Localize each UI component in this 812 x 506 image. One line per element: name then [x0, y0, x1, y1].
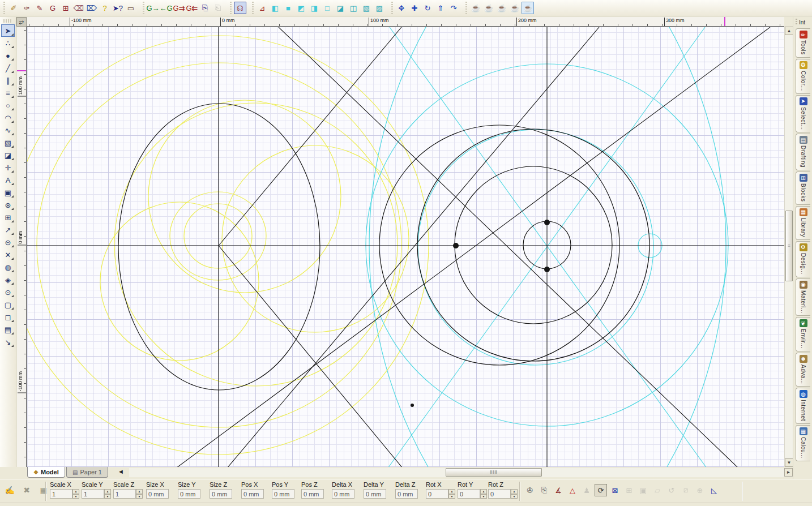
palette-tab-drafting[interactable]: ▤Drafting: [796, 134, 810, 170]
help-icon[interactable]: ?: [99, 2, 111, 14]
eraser-icon[interactable]: ⌫: [72, 2, 85, 14]
walk-icon[interactable]: ⇑: [434, 2, 447, 14]
field-input-size-z[interactable]: [210, 489, 232, 499]
snap-angle-icon[interactable]: ∡: [552, 484, 565, 496]
ungroup-icon[interactable]: ⎘: [538, 484, 550, 496]
field-input-delta-x[interactable]: [332, 489, 354, 499]
swivel-icon[interactable]: ↷: [447, 2, 460, 14]
field-input-pos-y[interactable]: [272, 489, 294, 499]
group-icon[interactable]: ✇: [524, 484, 536, 496]
render-draft-icon[interactable]: ☕: [495, 2, 508, 14]
geometry-grid-icon[interactable]: ⊞: [59, 2, 72, 14]
toolbar-grip[interactable]: [229, 2, 233, 14]
render-wire-icon[interactable]: ☕: [469, 2, 482, 14]
black-line[interactable]: [227, 27, 599, 468]
view-cube-left-icon[interactable]: ◧: [269, 2, 281, 14]
skew-icon[interactable]: ▱: [651, 484, 664, 496]
wand-pointer-icon[interactable]: ✑: [20, 2, 33, 14]
scroll-up-arrow[interactable]: ▲: [785, 27, 793, 35]
sheet-scroll-right-arrow[interactable]: ►: [784, 468, 793, 477]
curve-tool[interactable]: ∿: [1, 124, 15, 136]
black-dot[interactable]: [411, 404, 414, 407]
spinner-up-icon[interactable]: ▲: [480, 489, 487, 494]
spinner-down-icon[interactable]: ▼: [448, 494, 455, 499]
sheet-scroll-left-arrow[interactable]: ◄: [118, 468, 126, 477]
cyan-circle[interactable]: [27, 27, 726, 468]
ruler-origin-icon[interactable]: ⥂: [16, 17, 27, 27]
model-space-canvas[interactable]: [27, 27, 784, 467]
palette-tab-tools[interactable]: ✏Tools: [796, 28, 810, 58]
view-iso-sw-icon[interactable]: ◫: [347, 2, 360, 14]
view-iso-ne-icon[interactable]: ▧: [360, 2, 373, 14]
extrude-tool[interactable]: ◪: [1, 149, 15, 161]
line-tool[interactable]: ╱: [1, 62, 15, 74]
field-input-size-y[interactable]: [178, 489, 200, 499]
cyan-circle[interactable]: [418, 130, 653, 365]
examine-icon[interactable]: ✥: [395, 2, 408, 14]
view-cube-back-icon[interactable]: □: [321, 2, 334, 14]
spinner-up-icon[interactable]: ▲: [136, 489, 143, 494]
field-spinner[interactable]: ▲▼: [448, 489, 455, 499]
context-help-icon[interactable]: ➤?: [112, 2, 124, 14]
cyan-line[interactable]: [390, 27, 707, 468]
sheet-tab-paper1[interactable]: ▤Paper 1: [66, 467, 108, 478]
spinner-down-icon[interactable]: ▼: [136, 494, 143, 499]
yellow-circle[interactable]: [27, 36, 429, 454]
point-tool[interactable]: ●: [1, 49, 15, 62]
field-input-rot-x[interactable]: [426, 489, 448, 499]
select-lasso-tool[interactable]: ◻: [1, 311, 15, 323]
field-input-pos-z[interactable]: [301, 489, 324, 499]
material-tool[interactable]: ◈: [1, 273, 15, 286]
orbit-icon[interactable]: ↻: [421, 2, 434, 14]
double-line-tool[interactable]: ∥: [1, 74, 15, 87]
field-spinner[interactable]: ▲▼: [511, 489, 518, 499]
camera-tool[interactable]: ⊙: [1, 286, 15, 298]
spinner-down-icon[interactable]: ▼: [72, 494, 79, 499]
sheet-tab-model[interactable]: ❖Model: [27, 467, 65, 478]
field-input-size-x[interactable]: [146, 489, 169, 499]
field-input-scale-y[interactable]: [82, 489, 104, 499]
horizontal-scroll-thumb[interactable]: ⦀⦀⦀: [446, 468, 542, 477]
warning-triangle-icon[interactable]: △: [566, 484, 579, 496]
triangle-ruler-icon[interactable]: ◺: [708, 484, 720, 496]
field-input-scale-x[interactable]: [50, 489, 72, 499]
trim-tool[interactable]: ✕: [1, 248, 15, 261]
field-input-rot-y[interactable]: [458, 489, 480, 499]
toolbar-grip[interactable]: [2, 2, 6, 14]
view-cube-right-icon[interactable]: ◨: [308, 2, 320, 14]
copy-stack-tool[interactable]: ▤: [1, 323, 15, 336]
box-tool[interactable]: ▧: [1, 136, 15, 149]
palette-tab-desig[interactable]: ⚙Desig...: [796, 241, 810, 277]
spinner-up-icon[interactable]: ▲: [72, 489, 79, 494]
cyan-circle[interactable]: [369, 27, 785, 468]
palette-tab-library[interactable]: ▦Library: [796, 206, 810, 240]
render-quality-icon[interactable]: ☕: [508, 2, 521, 14]
field-spinner[interactable]: ▲▼: [72, 489, 79, 499]
rotate-mode-icon[interactable]: ⟳: [595, 484, 607, 496]
palette-tab-internet[interactable]: ◍Internet: [796, 388, 810, 424]
toolbar-grip[interactable]: [3, 19, 12, 23]
toolbar-grip[interactable]: [142, 2, 146, 14]
render-full-icon[interactable]: ☕: [522, 2, 534, 14]
g-save-icon[interactable]: ⎘: [199, 2, 211, 14]
stamp-icon[interactable]: ♟: [580, 484, 593, 496]
palette-tab-color[interactable]: ❂Color...: [796, 59, 810, 94]
g-export-icon[interactable]: G→: [147, 2, 159, 14]
field-input-scale-z[interactable]: [113, 489, 136, 499]
field-input-rot-z[interactable]: [488, 489, 511, 499]
field-input-delta-y[interactable]: [364, 489, 386, 499]
scroll-down-arrow[interactable]: ▼: [785, 458, 793, 467]
link-tool[interactable]: ↗: [1, 224, 15, 236]
circle-tool[interactable]: ○: [1, 99, 15, 112]
toolbar-grip[interactable]: [251, 2, 255, 14]
render-sphere-tool[interactable]: ◍: [1, 261, 15, 273]
g-sheet-icon[interactable]: ⎗: [212, 2, 224, 14]
shear-icon[interactable]: ⧄: [679, 484, 692, 496]
palette-tab-blocks[interactable]: ⊞Blocks: [796, 171, 810, 204]
field-spinner[interactable]: ▲▼: [136, 489, 143, 499]
palette-new-icon[interactable]: ✐: [7, 2, 20, 14]
yellow-circle[interactable]: [148, 100, 341, 293]
view-iso-ucs-icon[interactable]: ⊿: [256, 2, 268, 14]
toolbar-grip[interactable]: [464, 2, 468, 14]
vertical-scrollbar[interactable]: ▲▼≡: [784, 27, 793, 467]
